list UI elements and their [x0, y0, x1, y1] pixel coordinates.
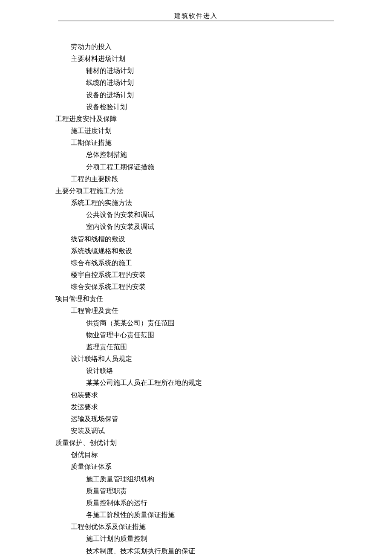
outline-item: 施工质量管理组织机构	[86, 473, 337, 485]
page-header: 建筑软件进入	[55, 12, 337, 24]
outline-item: 运输及现场保管	[71, 413, 337, 425]
outline-item: 质量控制体系的运行	[86, 497, 337, 509]
outline-item: 工期保证措施	[71, 137, 337, 149]
outline-item: 技术制度、技术策划执行质量的保证	[86, 545, 337, 555]
outline-item: 供货商（某某公司）责任范围	[86, 317, 337, 329]
outline-item: 公共设备的安装和调试	[86, 209, 337, 221]
outline-item: 设备的进场计划	[86, 89, 337, 101]
outline-item: 总体控制措施	[86, 149, 337, 161]
outline-item: 项目管理和责任	[55, 293, 337, 305]
outline-item: 分项工程工期保证措施	[86, 161, 337, 173]
outline-item: 质量管理职责	[86, 485, 337, 497]
outline-item: 楼宇自控系统工程的安装	[71, 269, 337, 281]
outline-item: 综合安保系统工程的安装	[71, 281, 337, 293]
outline-item: 主要分项工程施工方法	[55, 185, 337, 197]
outline-item: 监理责任范围	[86, 341, 337, 353]
outline-item: 设备检验计划	[86, 101, 337, 113]
outline-item: 设计联络和人员规定	[71, 353, 337, 365]
header-title: 建筑软件进入	[174, 12, 218, 19]
outline-item: 施工进度计划	[71, 125, 337, 137]
outline-item: 包装要求	[71, 389, 337, 401]
outline-item: 主要材料进场计划	[71, 53, 337, 65]
outline-item: 工程进度安排及保障	[55, 113, 337, 125]
outline-item: 各施工阶段性的质量保证措施	[86, 509, 337, 521]
outline-item: 工程管理及责任	[71, 305, 337, 317]
header-rule-2	[58, 21, 334, 21]
outline-item: 安装及调试	[71, 425, 337, 437]
outline-item: 劳动力的投入	[71, 41, 337, 53]
document-page: 建筑软件进入 劳动力的投入主要材料进场计划辅材的进场计划线缆的进场计划设备的进场…	[0, 0, 392, 555]
outline-item: 设计联络	[86, 365, 337, 377]
outline-item: 物业管理中心责任范围	[86, 329, 337, 341]
outline-item: 室内设备的安装及调试	[86, 221, 337, 233]
outline-item: 系统工程的实施方法	[71, 197, 337, 209]
outline-item: 某某公司施工人员在工程所在地的规定	[86, 377, 337, 389]
outline-list: 劳动力的投入主要材料进场计划辅材的进场计划线缆的进场计划设备的进场计划设备检验计…	[55, 41, 337, 555]
outline-item: 施工计划的质量控制	[86, 533, 337, 545]
outline-item: 工程创优体系及保证措施	[71, 521, 337, 533]
header-rule-1	[58, 20, 334, 20]
outline-item: 创优目标	[71, 449, 337, 461]
outline-item: 线管和线槽的敷设	[71, 233, 337, 245]
outline-item: 辅材的进场计划	[86, 65, 337, 77]
outline-item: 质量保证体系	[71, 461, 337, 473]
outline-item: 综合布线系统的施工	[71, 257, 337, 269]
outline-item: 质量保护、创优计划	[55, 437, 337, 449]
outline-item: 工程的主要阶段	[71, 173, 337, 185]
outline-item: 系统线缆规格和敷设	[71, 245, 337, 257]
outline-item: 线缆的进场计划	[86, 77, 337, 89]
outline-item: 发运要求	[71, 401, 337, 413]
